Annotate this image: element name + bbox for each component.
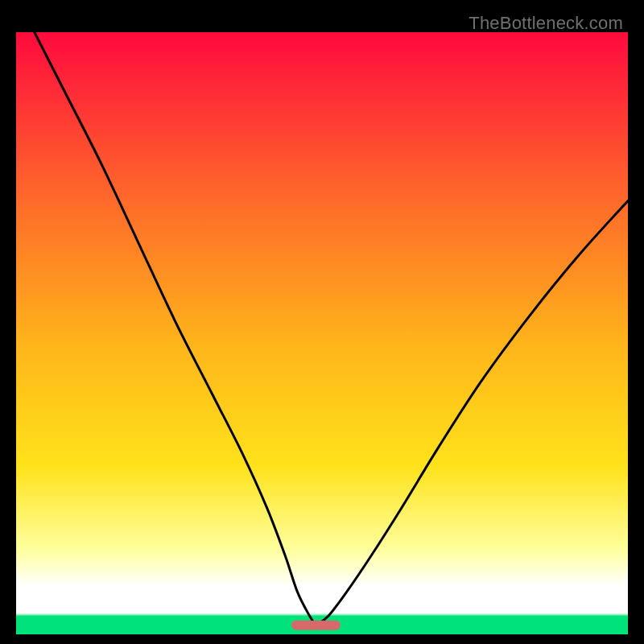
chart-frame: TheBottleneck.com [8,8,636,636]
bottleneck-chart [16,32,628,634]
optimum-marker [291,621,341,630]
attribution-watermark: TheBottleneck.com [469,13,623,34]
plot-area [16,32,628,634]
gradient-background [16,32,628,634]
